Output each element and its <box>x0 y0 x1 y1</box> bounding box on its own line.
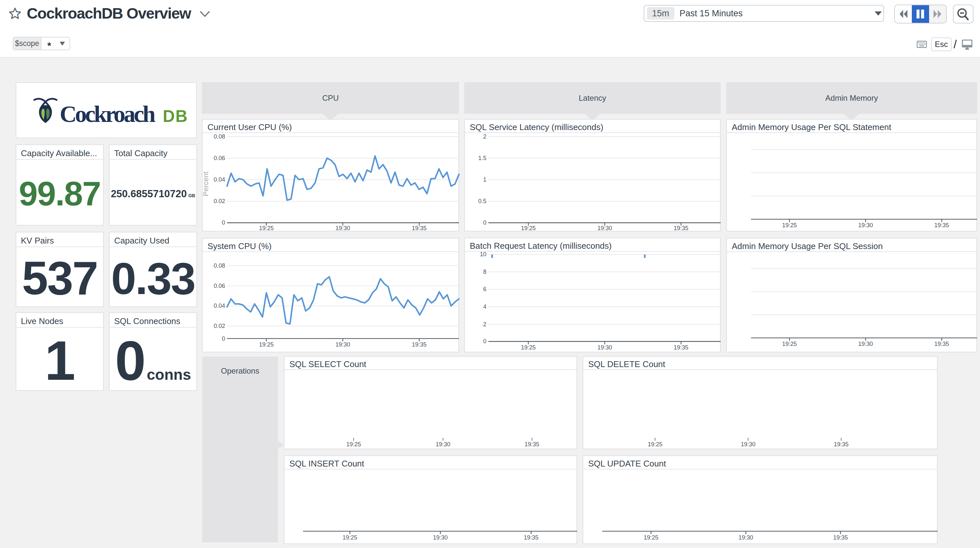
svg-text:0.08: 0.08 <box>214 133 225 140</box>
svg-text:6: 6 <box>483 286 487 292</box>
svg-text:19:25: 19:25 <box>782 222 797 229</box>
svg-text:19:25: 19:25 <box>259 342 274 348</box>
svg-text:19:35: 19:35 <box>523 534 538 541</box>
svg-text:0.02: 0.02 <box>214 323 225 329</box>
svg-text:19:30: 19:30 <box>738 534 753 541</box>
svg-text:0: 0 <box>483 219 487 226</box>
svg-text:0: 0 <box>222 335 225 342</box>
svg-text:Percent: Percent <box>203 172 210 196</box>
svg-text:2: 2 <box>483 133 487 140</box>
svg-text:19:30: 19:30 <box>858 222 873 229</box>
svg-text:0.04: 0.04 <box>214 303 225 309</box>
svg-text:19:25: 19:25 <box>259 225 274 232</box>
svg-text:1: 1 <box>483 176 487 183</box>
svg-text:19:30: 19:30 <box>741 441 756 448</box>
svg-text:0.02: 0.02 <box>214 198 225 204</box>
svg-text:0: 0 <box>483 338 487 345</box>
svg-text:Cockroach: Cockroach <box>60 101 156 127</box>
svg-text:19:25: 19:25 <box>346 441 361 448</box>
svg-text:10: 10 <box>480 251 487 257</box>
svg-text:19:35: 19:35 <box>833 534 848 541</box>
svg-text:19:30: 19:30 <box>433 534 448 541</box>
svg-text:19:30: 19:30 <box>336 225 350 232</box>
svg-text:0.08: 0.08 <box>214 262 225 269</box>
svg-text:19:35: 19:35 <box>934 222 949 229</box>
svg-text:19:25: 19:25 <box>521 225 536 232</box>
svg-text:19:35: 19:35 <box>412 225 426 232</box>
svg-text:0.04: 0.04 <box>214 176 225 183</box>
svg-text:19:30: 19:30 <box>336 342 350 348</box>
svg-text:19:30: 19:30 <box>858 341 873 347</box>
svg-text:19:35: 19:35 <box>412 342 426 348</box>
svg-text:0.06: 0.06 <box>214 283 225 289</box>
svg-text:19:30: 19:30 <box>597 344 612 351</box>
svg-text:19:25: 19:25 <box>644 534 658 541</box>
svg-text:2: 2 <box>483 321 487 328</box>
svg-text:19:35: 19:35 <box>834 441 848 448</box>
svg-text:19:25: 19:25 <box>782 341 797 347</box>
svg-text:19:35: 19:35 <box>674 344 688 351</box>
svg-text:19:30: 19:30 <box>597 225 612 232</box>
svg-text:1.5: 1.5 <box>478 155 487 161</box>
svg-text:19:25: 19:25 <box>342 534 357 541</box>
svg-text:19:25: 19:25 <box>521 344 536 351</box>
svg-text:19:35: 19:35 <box>674 225 688 232</box>
svg-text:DB: DB <box>163 107 188 125</box>
svg-text:19:30: 19:30 <box>436 441 450 448</box>
svg-text:8: 8 <box>483 268 487 275</box>
svg-text:19:35: 19:35 <box>525 441 539 448</box>
svg-text:19:25: 19:25 <box>648 441 662 448</box>
svg-text:4: 4 <box>483 303 487 310</box>
svg-text:0: 0 <box>222 219 225 226</box>
svg-text:0.06: 0.06 <box>214 155 225 161</box>
svg-text:19:35: 19:35 <box>934 341 949 347</box>
svg-text:0.5: 0.5 <box>478 198 487 204</box>
